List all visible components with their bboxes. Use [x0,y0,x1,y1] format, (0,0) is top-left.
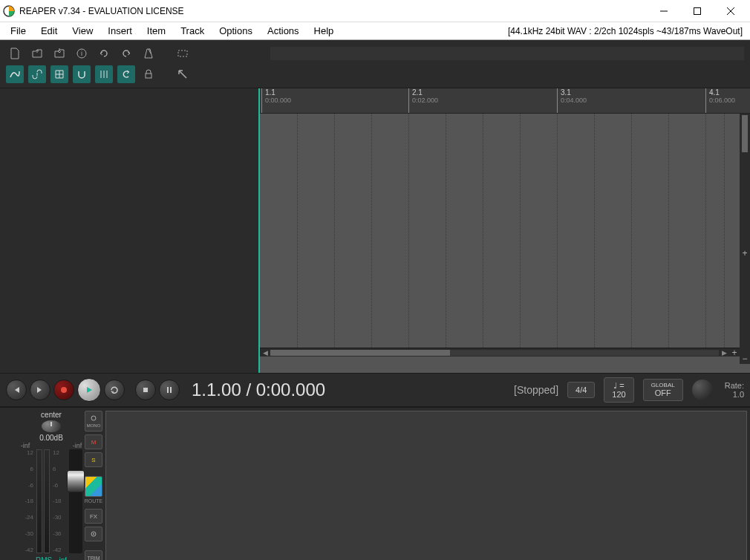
scroll-right-icon[interactable]: ▶ [719,349,729,356]
svg-rect-8 [178,51,187,56]
selection-icon[interactable] [174,45,192,62]
grid-lines-icon[interactable] [95,65,113,83]
ruler-mark: 1.10:00.000 [261,88,291,113]
peak-right: -inf [73,442,82,449]
rate-value: 1.0 [725,390,744,399]
metronome-icon[interactable] [140,45,157,62]
ruler-mark: 2.10:02.000 [408,88,438,113]
undo-icon[interactable] [95,45,113,62]
app-logo-icon [3,5,15,17]
open-project-icon[interactable] [28,45,46,62]
audio-device-info[interactable]: [44.1kHz 24bit WAV : 2/2ch 1024spls ~43/… [508,26,747,36]
env-button[interactable] [85,527,102,541]
svg-text:i: i [81,50,82,57]
time-signature[interactable]: 4/4 [567,382,595,398]
route-button[interactable]: ROUTE [85,476,102,497]
ripple-icon[interactable] [117,65,135,83]
fader-cap[interactable] [67,470,85,492]
mono-button[interactable]: MONO [85,411,102,432]
menu-insert[interactable]: Insert [100,25,140,36]
db-readout: 0.00dB [39,434,63,442]
redo-icon[interactable] [117,45,135,62]
time-display[interactable]: 1.1.00 / 0:00.000 [192,380,325,400]
zoom-out-v-icon[interactable]: − [742,354,747,364]
zoom-in-v-icon[interactable]: + [742,248,747,258]
rate-label: Rate: [725,381,744,390]
toggle-icon[interactable] [174,65,192,83]
timeline-arrange[interactable]: 1.10:00.000 2.10:02.000 3.10:04.000 4.10… [258,88,750,373]
new-project-icon[interactable] [6,45,24,62]
mixer-tracks-area[interactable] [105,411,747,560]
stop-button[interactable] [135,380,156,400]
hscroll-track[interactable] [270,350,719,356]
timeline-ruler[interactable]: 1.10:00.000 2.10:02.000 3.10:04.000 4.10… [260,88,750,114]
track-control-panel[interactable] [0,88,258,373]
menu-help[interactable]: Help [307,25,342,36]
minimize-button[interactable] [647,0,680,22]
menu-bar: File Edit View Insert Item Track Options… [0,22,750,40]
solo-button[interactable]: S [85,452,102,467]
pause-button[interactable] [159,380,180,400]
fx-button[interactable]: FX [85,509,102,524]
vscroll-thumb[interactable] [742,115,748,152]
svg-rect-9 [146,74,151,78]
global-label: GLOBAL [651,382,675,389]
window-title: REAPER v7.34 - EVALUATION LICENSE [19,6,647,16]
snap-icon[interactable] [73,65,91,83]
mute-button[interactable]: M [85,434,102,449]
playback-status: [Stopped] [514,384,558,396]
go-to-start-button[interactable] [6,380,27,400]
save-project-icon[interactable] [50,45,68,62]
svg-rect-12 [167,387,169,393]
ruler-mark: 3.10:04.000 [557,88,587,113]
link-icon[interactable] [28,65,46,83]
rate-display[interactable]: Rate: 1.0 [725,381,744,399]
svg-rect-2 [694,7,700,14]
lock-icon[interactable] [140,65,157,83]
record-button[interactable] [53,380,74,400]
project-settings-icon[interactable]: i [73,45,91,62]
master-fader[interactable] [69,449,82,553]
menu-options[interactable]: Options [212,25,260,36]
arrange-area: 1.10:00.000 2.10:02.000 3.10:04.000 4.10… [0,88,750,373]
ruler-mark: 4.10:06.000 [705,88,735,113]
trim-button[interactable]: TRIM [85,550,102,560]
rms-label: RMS [36,556,52,560]
bpm-box[interactable]: ♩ = 120 [604,377,633,403]
pan-knob[interactable] [42,420,61,432]
close-button[interactable] [714,0,747,22]
svg-point-14 [91,416,96,420]
automation-mode[interactable]: GLOBAL OFF [643,379,683,402]
play-button[interactable] [77,378,101,402]
hscroll-thumb[interactable] [270,350,450,356]
envelope-icon[interactable] [6,65,24,83]
zoom-in-h-icon[interactable]: + [729,348,740,358]
menu-view[interactable]: View [65,25,100,36]
title-bar: REAPER v7.34 - EVALUATION LICENSE [0,0,750,22]
peak-left: -inf [21,442,30,449]
menu-actions[interactable]: Actions [260,25,307,36]
loop-button[interactable] [104,380,125,400]
mixer-panel: center 0.00dB -inf -inf 126 -6-18 -24-30… [0,407,750,560]
meter-scale-left: 126 -6-18 -24-30 -42 [20,449,33,553]
svg-point-16 [93,533,94,535]
grid-icon[interactable] [50,65,68,83]
vertical-scrollbar[interactable]: + − [740,114,750,364]
go-to-end-button[interactable] [30,380,50,400]
maximize-button[interactable] [680,0,714,22]
horizontal-scrollbar[interactable]: ◀ ▶ + − [260,348,750,356]
toolbar: i [0,40,750,88]
menu-edit[interactable]: Edit [33,25,65,36]
pan-label: center [41,411,62,419]
global-mode: OFF [651,388,675,397]
bpm-note-label: ♩ = [612,381,625,390]
svg-point-10 [61,387,67,393]
menu-file[interactable]: File [3,25,33,36]
menu-item[interactable]: Item [140,25,173,36]
tracks-canvas[interactable] [260,114,750,348]
meter-scale-right: 126 -6-18 -30-36 -42 [53,449,66,553]
rate-knob[interactable] [692,380,713,400]
scroll-left-icon[interactable]: ◀ [260,349,270,356]
vu-meters [36,449,50,553]
menu-track[interactable]: Track [173,25,212,36]
